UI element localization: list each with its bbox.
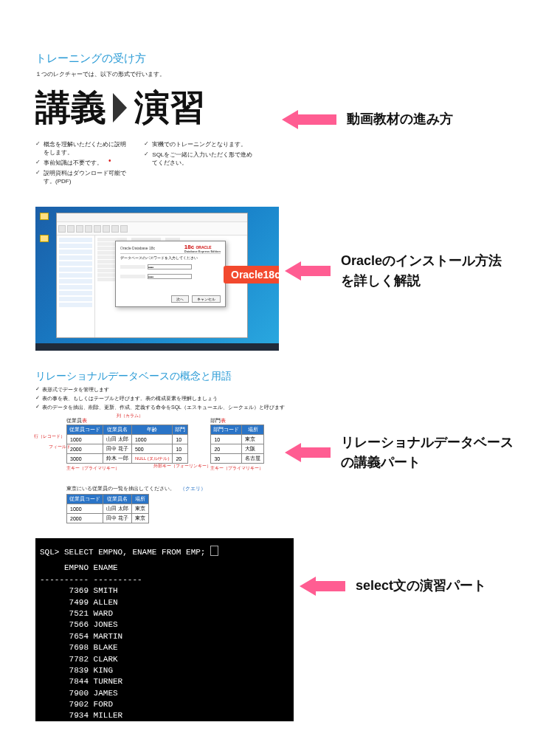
oracle-logo: 18c ORACLEDatabase Express Edition bbox=[184, 244, 221, 253]
annotation-arrow-4: select文の演習パート bbox=[300, 576, 486, 596]
bullet-item: 実機でのトレーニングとなります。 bbox=[144, 140, 258, 148]
oracle-version-badge: Oracle18c bbox=[224, 266, 279, 284]
bullet-item: 事前知識は不要です。• bbox=[35, 159, 131, 167]
sql-row: 7521 WARD bbox=[40, 608, 289, 619]
sql-row: 7654 MARTIN bbox=[40, 631, 289, 642]
sql-divider: ---------- ---------- bbox=[40, 574, 289, 585]
bullet-item: 表のデータを抽出、削除、更新、作成、定義する命令をSQL（エスキューエル、シーク… bbox=[35, 404, 294, 411]
bullet-item: SQLをご一緒に入力いただく形で進めてください。 bbox=[144, 151, 258, 167]
arrow-left-icon bbox=[285, 443, 331, 462]
password-input[interactable] bbox=[148, 264, 192, 269]
result-table: 従業員コード従業員名場所 1000山田 太郎東京 2000田中 花子東京 bbox=[66, 494, 149, 523]
arrow-left-icon bbox=[282, 110, 336, 129]
table-row: 3000鈴木 一郎NULL (ヌル/ナル)20 bbox=[67, 454, 188, 464]
bullet-list-right: 実機でのトレーニングとなります。 SQLをご一緒に入力いただく形で進めてください… bbox=[144, 140, 258, 188]
confirm-input[interactable] bbox=[148, 274, 192, 279]
annotation-label-4: select文の演習パート bbox=[356, 576, 486, 596]
dialog-sub: データベースのパスワードを入力してください bbox=[120, 253, 221, 260]
slide1-sub: １つのレクチャーでは、以下の形式で行います。 bbox=[35, 70, 258, 78]
flow-arrow-icon bbox=[111, 92, 130, 124]
sql-row: 7698 BLAKE bbox=[40, 642, 289, 653]
annotation-arrow-1: 動画教材の進み方 bbox=[282, 109, 453, 129]
column-anno: 列（カラム） bbox=[117, 413, 143, 419]
sql-row: 7499 ALLEN bbox=[40, 597, 289, 608]
table-row: 10東京 bbox=[211, 435, 264, 444]
desktop-icon bbox=[40, 235, 49, 245]
annotation-label-1: 動画教材の進み方 bbox=[347, 109, 453, 129]
pk-label-2: 主キー（プライマリキー） bbox=[210, 465, 264, 472]
slide1-bullets: 概念を理解いただくために説明をします。 事前知識は不要です。• 説明資料はダウン… bbox=[35, 140, 258, 188]
query-text: 東京にいる従業員の一覧を抽出してください。 （クエリ） bbox=[66, 485, 294, 492]
slide3-bullets: 表形式でデータを管理します 表の事を表、もしくはテーブルと呼びます。表の構成要素… bbox=[35, 386, 294, 411]
dialog-next-button[interactable]: 次へ bbox=[171, 295, 189, 303]
table-row: 30名古屋 bbox=[211, 454, 264, 464]
table-row: 2000田中 花子50010 bbox=[67, 444, 188, 454]
sql-row: 7902 FORD bbox=[40, 699, 289, 710]
desktop-icon bbox=[40, 213, 49, 223]
sql-row: 7839 KING bbox=[40, 665, 289, 676]
bullet-item: 概念を理解いただくために説明をします。 bbox=[35, 140, 131, 157]
field-anno: フィールド bbox=[49, 444, 71, 450]
fk-anno: 外部キー（フォーリンキー） bbox=[153, 463, 211, 470]
dept-table: 部門コード場所 10東京 20大阪 30名古屋 bbox=[210, 425, 264, 464]
table-row: 20大阪 bbox=[211, 444, 264, 454]
cursor-icon bbox=[210, 546, 218, 556]
table-row: 1000山田 太郎100010 bbox=[67, 435, 188, 444]
dept-table-label: 部門表 bbox=[210, 417, 264, 425]
slide1-title: トレーニングの受け方 bbox=[35, 52, 258, 66]
sql-row: 7369 SMITH bbox=[40, 585, 289, 597]
sql-header: EMPNO ENAME bbox=[40, 563, 289, 574]
bullet-item: 表の事を表、もしくはテーブルと呼びます。表の構成要素を理解しましょう bbox=[35, 395, 294, 402]
bullet-list-left: 概念を理解いただくために説明をします。 事前知識は不要です。• 説明資料はダウン… bbox=[35, 140, 131, 188]
annotation-arrow-2: Oracleのインストール方法を詳しく解説 bbox=[285, 251, 502, 291]
sql-row: 7900 JAMES bbox=[40, 688, 289, 699]
sql-row: 7844 TURNER bbox=[40, 676, 289, 687]
sql-terminal: SQL> SELECT EMPNO, ENAME FROM EMP; EMPNO… bbox=[35, 538, 294, 721]
sql-prompt-line: SQL> SELECT EMPNO, ENAME FROM EMP; bbox=[40, 544, 289, 558]
confirm-row bbox=[120, 274, 221, 279]
bullet-item: 表形式でデータを管理します bbox=[35, 386, 294, 394]
arrow-left-icon bbox=[285, 261, 331, 281]
windows-taskbar bbox=[35, 343, 279, 351]
emp-table: 従業員コード従業員名年齢部門 1000山田 太郎100010 2000田中 花子… bbox=[66, 425, 188, 464]
table-row: 2000田中 花子東京 bbox=[67, 514, 149, 523]
password-row bbox=[120, 264, 221, 269]
arrow-left-icon bbox=[300, 577, 345, 596]
training-flow-slide: トレーニングの受け方 １つのレクチャーでは、以下の形式で行います。 講義 演習 … bbox=[0, 0, 258, 188]
slide1-flow: 講義 演習 bbox=[35, 84, 258, 131]
row-anno: 行（レコード） bbox=[34, 433, 65, 440]
sql-row: 7782 CLARK bbox=[40, 654, 289, 665]
slide3-title: リレーショナルデータベースの概念と用語 bbox=[35, 370, 294, 383]
sql-row: 7566 JONES bbox=[40, 619, 289, 630]
sql-footer: 12行が選択されました。 bbox=[40, 726, 289, 738]
annotation-label-2: Oracleのインストール方法を詳しく解説 bbox=[341, 251, 502, 291]
rdb-concepts-slide: リレーショナルデータベースの概念と用語 表形式でデータを管理します 表の事を表、… bbox=[35, 370, 294, 523]
annotation-label-3: リレーショナルデータベースの講義パート bbox=[341, 433, 514, 472]
svg-marker-0 bbox=[113, 93, 127, 123]
annotation-arrow-3: リレーショナルデータベースの講義パート bbox=[285, 433, 514, 472]
oracle-install-dialog: Oracle Database 18c 18c ORACLEDatabase E… bbox=[115, 241, 226, 307]
table-row: 1000山田 太郎東京 bbox=[67, 504, 149, 514]
exercise-label: 演習 bbox=[134, 84, 205, 131]
lecture-label: 講義 bbox=[35, 84, 106, 131]
bullet-item: 説明資料はダウンロード可能です。(PDF) bbox=[35, 169, 131, 185]
dialog-cancel-button[interactable]: キャンセル bbox=[192, 295, 221, 303]
sql-row: 7934 MILLER bbox=[40, 710, 289, 721]
oracle-install-screenshot: Oracle Database 18c 18c ORACLEDatabase E… bbox=[35, 207, 279, 351]
